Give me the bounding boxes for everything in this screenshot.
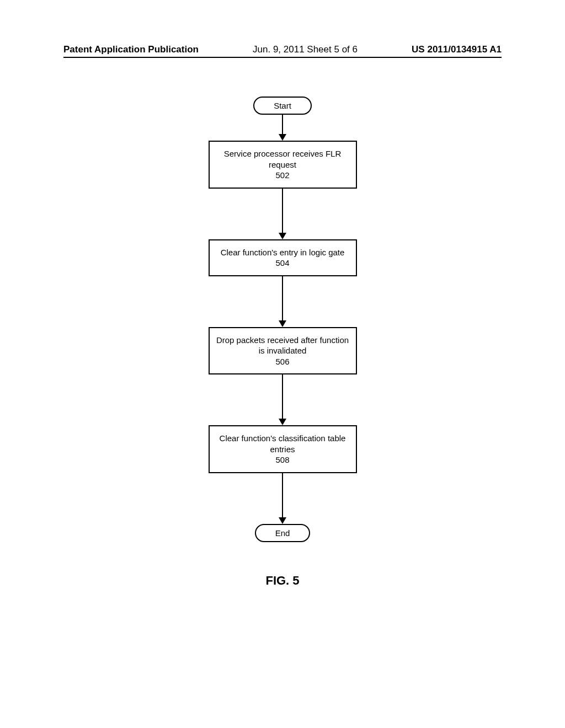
figure-label: FIG. 5 <box>0 574 565 588</box>
arrow-2 <box>279 189 286 239</box>
start-label: Start <box>274 101 291 110</box>
step-number: 508 <box>215 454 350 465</box>
end-terminal: End <box>255 524 311 542</box>
arrow-1 <box>279 115 286 141</box>
header-date-sheet: Jun. 9, 2011 Sheet 5 of 6 <box>253 44 358 55</box>
process-step-504: Clear function's entry in logic gate 504 <box>209 239 357 276</box>
arrow-4 <box>279 374 286 425</box>
arrow-5 <box>279 473 286 524</box>
process-step-502: Service processor receives FLR request 5… <box>209 141 357 189</box>
page-header: Patent Application Publication Jun. 9, 2… <box>0 44 565 58</box>
header-patent-number: US 2011/0134915 A1 <box>412 44 502 55</box>
step-text: Service processor receives FLR request <box>215 148 350 170</box>
header-line: Patent Application Publication Jun. 9, 2… <box>63 44 502 58</box>
step-number: 502 <box>215 170 350 181</box>
process-step-506: Drop packets received after function is … <box>209 327 357 375</box>
step-number: 504 <box>215 258 350 269</box>
step-text: Clear function's entry in logic gate <box>215 247 350 258</box>
process-step-508: Clear function's classification table en… <box>209 425 357 473</box>
step-text: Clear function's classification table en… <box>215 433 350 454</box>
start-terminal: Start <box>253 97 312 115</box>
header-publication: Patent Application Publication <box>63 44 199 55</box>
step-text: Drop packets received after function is … <box>215 335 350 356</box>
arrow-3 <box>279 276 286 327</box>
step-number: 506 <box>215 356 350 367</box>
flowchart: Start Service processor receives FLR req… <box>0 97 565 542</box>
end-label: End <box>275 528 290 538</box>
